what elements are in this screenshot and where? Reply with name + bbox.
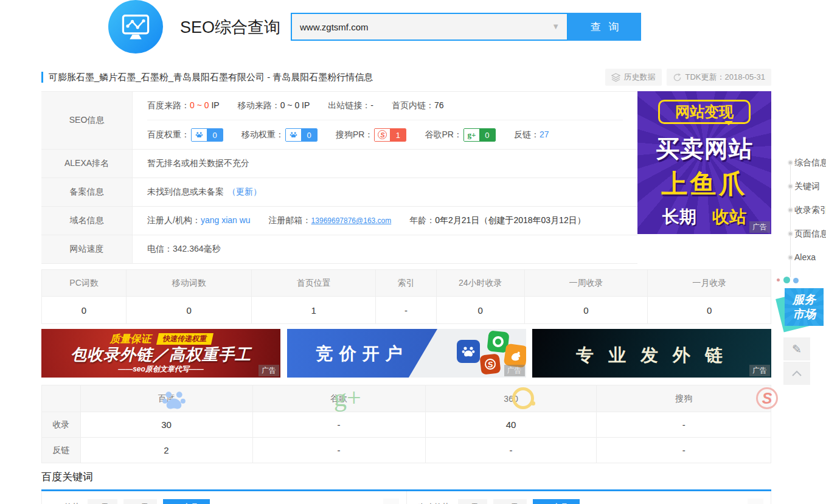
sidebar-item-overview[interactable]: 综合信息	[782, 157, 826, 168]
engine-index-table: 百度 谷歌 g+ 360 搜狗 S 收录 30 - 40 - 反链 2 - - …	[41, 385, 771, 463]
mobile-range-30d-button[interactable]: 30天	[493, 499, 527, 504]
row-label: 网站速度	[41, 235, 133, 263]
history-data-button[interactable]: 历史数据	[605, 69, 662, 86]
sidebar-item-index[interactable]: 收录索引	[782, 204, 826, 215]
stats-value: 0	[436, 297, 524, 324]
stats-header: PC词数	[42, 270, 127, 297]
back-to-top-button[interactable]	[783, 362, 810, 385]
backlink-value: 2	[80, 438, 252, 463]
domain-age: 0年2月21日（创建于2018年03月12日）	[435, 215, 585, 225]
page: SEO综合查询 ▼ 查 询 可膨胀石墨_鳞片石墨_石墨粉_青岛晨阳石墨有限公司 …	[0, 0, 826, 504]
baidu-app-icon	[457, 340, 480, 363]
beian-value: 未找到信息或未备案	[147, 187, 224, 198]
tdk-update-label: TDK更新：2018-05-31	[685, 72, 766, 83]
banner1-tag2: 快速传递权重	[156, 333, 213, 345]
info-section: SEO信息 百度来路：0 ~ 0 IP 移动来路：0 ~ 0 IP 出站链接：-…	[41, 91, 771, 264]
history-data-label: 历史数据	[624, 72, 656, 83]
sogou-pr-badge[interactable]: S1	[374, 128, 406, 142]
beian-update-link[interactable]: （更新）	[227, 187, 262, 198]
speed-value: 电信：342.364毫秒	[133, 235, 637, 263]
google-pr-badge[interactable]: g+0	[463, 128, 496, 142]
ad-tag: 广告	[749, 365, 770, 376]
sogou-s-icon-large: S	[756, 387, 778, 409]
row-label: 备案信息	[41, 178, 133, 206]
banner1-subtitle: ——seo原创文章代写——	[41, 364, 280, 375]
mobile-range-7d-button[interactable]: 7天	[458, 499, 487, 504]
ad-banner-links[interactable]: 专 业 发 外 链 广告	[532, 329, 771, 378]
row-speed: 网站速度 电信：342.364毫秒	[41, 235, 637, 264]
backlink-value: -	[425, 438, 597, 463]
row-label: SEO信息	[41, 92, 133, 149]
pc-range-1m-button[interactable]: 一个月	[163, 499, 210, 504]
row-domain: 域名信息 注册人/机构：yang xian wu 注册邮箱：1396969787…	[41, 207, 637, 235]
keywords-panel: PC趋势 7天 30天 一个月 › 移动趋势 7天 30天 一个月 ›	[41, 489, 771, 504]
pc-trend-expand-icon[interactable]: ›	[383, 499, 399, 504]
seo-rank-line: 百度权重：0 移动权重：0 搜狗PR：S1 谷歌PR：g+0 反链：27	[147, 120, 623, 149]
pc-range-30d-button[interactable]: 30天	[123, 499, 157, 504]
tdk-update-button[interactable]: TDK更新：2018-05-31	[667, 69, 772, 86]
baidu-paw-icon-large	[161, 387, 187, 415]
feedback-pencil-button[interactable]: ✎	[783, 337, 810, 361]
engine-header-360: 360	[425, 385, 597, 412]
monitor-chart-icon	[120, 11, 151, 43]
market-label-2: 市场	[793, 307, 816, 322]
dot-icon	[788, 231, 793, 236]
index-value: 40	[425, 412, 597, 438]
banner1-tag1: 质量保证	[110, 332, 151, 346]
engine-header-sogou: 搜狗 S	[597, 385, 771, 412]
stats-value: 0	[648, 297, 771, 324]
mobile-traffic-value: 0 ~ 0	[280, 100, 300, 110]
ad-line1: 买卖网站	[637, 133, 771, 165]
search-input[interactable]	[292, 14, 567, 40]
baidu-rank-badge[interactable]: 0	[191, 128, 223, 142]
dropdown-caret-icon[interactable]: ▼	[552, 22, 560, 31]
mobile-rank-badge[interactable]: 0	[285, 128, 318, 142]
engine-header-row: 百度 谷歌 g+ 360 搜狗 S	[42, 385, 771, 412]
backlink-value: -	[597, 438, 771, 463]
google-plus-icon: g+	[464, 129, 479, 141]
dot-icon	[788, 255, 793, 260]
service-market-badge[interactable]: 服务 市场	[783, 288, 826, 331]
registrant-link[interactable]: yang xian wu	[201, 215, 251, 225]
sidebar-item-alexa[interactable]: Alexa	[782, 252, 826, 263]
baidu-keywords-title: 百度关键词	[41, 470, 93, 484]
ad-banner-outlink[interactable]: 质量保证 快速传递权重 包收录外链／高权重手工 ——seo原创文章代写—— 广告	[41, 329, 280, 378]
market-label-1: 服务	[793, 292, 816, 307]
ad-line3b: 收站	[712, 205, 746, 229]
layers-icon	[611, 73, 620, 82]
decor-dot	[783, 277, 790, 283]
stats-header: 移动词数	[127, 270, 252, 297]
email-link[interactable]: 13969697876@163.com	[311, 216, 392, 225]
pc-trend-half: PC趋势 7天 30天 一个月 ›	[41, 491, 407, 504]
ad-banner-bidding[interactable]: 竞价开户 S 广告	[287, 329, 526, 378]
row-label: 收录	[42, 412, 81, 438]
row-seo-info: SEO信息 百度来路：0 ~ 0 IP 移动来路：0 ~ 0 IP 出站链接：-…	[41, 92, 637, 150]
banner2-title: 竞价开户	[316, 342, 409, 365]
row-label: 域名信息	[41, 207, 133, 235]
ad-tag: 广告	[504, 365, 525, 376]
mobile-range-1m-button[interactable]: 一个月	[533, 499, 580, 504]
baidu-paw-icon	[192, 129, 207, 141]
sidebar-item-keywords[interactable]: 关键词	[782, 181, 826, 192]
mobile-trend-half: 移动趋势 7天 30天 一个月 ›	[407, 491, 772, 504]
stats-value: 1	[252, 297, 376, 324]
ad-tag: 广告	[259, 365, 279, 376]
side-ad-banner[interactable]: 网站变现 买卖网站 上鱼爪 长期 收站 广告	[637, 91, 771, 234]
decor-dot	[777, 278, 780, 281]
stats-header-row: PC词数 移动词数 首页位置 索引 24小时收录 一周收录 一月收录	[42, 270, 771, 297]
search-bar: ▼ 查 询	[291, 13, 641, 41]
keyword-stats-table: PC词数 移动词数 首页位置 索引 24小时收录 一周收录 一月收录 0 0 1…	[41, 269, 771, 324]
mobile-paw-icon	[286, 129, 301, 141]
index-value: 30	[80, 412, 252, 438]
sidebar-item-pageinfo[interactable]: 页面信息	[782, 228, 826, 239]
stats-header: 首页位置	[252, 270, 376, 297]
mobile-trend-expand-icon[interactable]: ›	[748, 499, 763, 504]
ad-tag: 广告	[749, 221, 770, 233]
pc-range-7d-button[interactable]: 7天	[88, 499, 117, 504]
360-ring-icon-large	[512, 387, 534, 409]
index-value: -	[597, 412, 771, 438]
homelink-value: 76	[434, 100, 444, 110]
query-button[interactable]: 查 询	[568, 13, 641, 41]
app-logo-icon[interactable]	[108, 0, 163, 54]
result-title-bar: 可膨胀石墨_鳞片石墨_石墨粉_青岛晨阳石墨有限公司 - 青岛晨阳石墨粉行情信息 …	[41, 68, 771, 86]
